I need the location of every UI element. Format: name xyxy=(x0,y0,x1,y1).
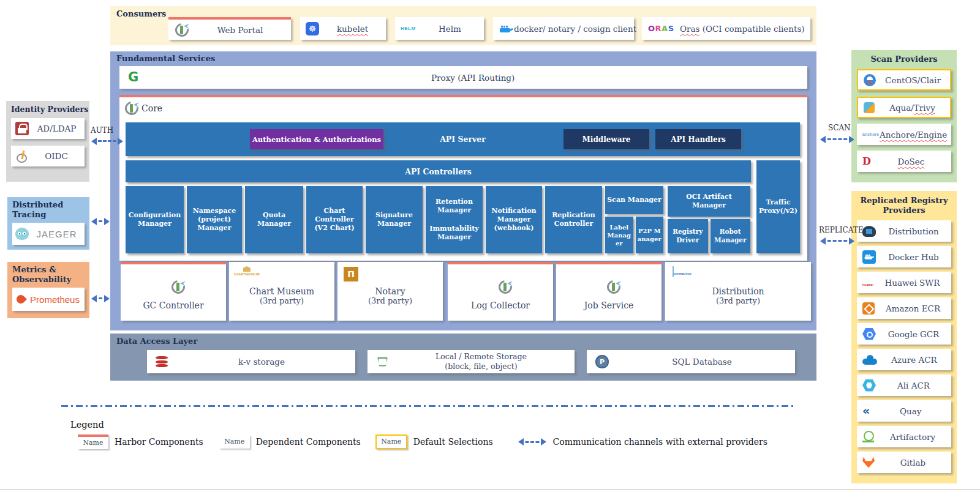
manager-label: Configuration Manager xyxy=(127,211,182,229)
azure-acr-icon xyxy=(862,355,877,365)
distribution-icon: DISTRIBUTION xyxy=(673,267,691,277)
label-manager-box: Label Manager xyxy=(605,217,633,253)
replicate-arrow xyxy=(822,240,853,242)
registry-label: Huawei SWR xyxy=(873,278,951,288)
middleware-box: Middleware xyxy=(564,129,649,149)
registry-label: Ali ACR xyxy=(876,381,951,390)
scan-arrow xyxy=(822,138,853,140)
harbor-logo-icon xyxy=(606,280,621,294)
oras-icon: ORAS xyxy=(648,24,674,33)
prometheus-box: Prometheus xyxy=(12,288,85,311)
service-label: GC Controller xyxy=(143,300,203,310)
replicate-arrow-label: REPLICATE xyxy=(819,226,864,234)
huawei-icon: HUAWEI xyxy=(862,277,873,288)
legend-row: Name Harbor Components Name Dependent Co… xyxy=(78,434,767,449)
tracing-arrow xyxy=(93,220,108,222)
registry-artifactory: Artifactory xyxy=(857,426,951,447)
trivy-text: Trivy xyxy=(914,103,935,113)
consumer-label: docker/ notary / cosign client xyxy=(514,24,636,34)
oidc-label: OIDC xyxy=(28,151,85,161)
label-manager-label: Label Manager xyxy=(607,223,631,247)
registry-label: Artifactory xyxy=(874,432,951,442)
distribution-registry-icon xyxy=(862,226,876,237)
api-handlers-box: API Handlers xyxy=(655,129,741,149)
auth-label: Authentication & Authorizations xyxy=(252,135,381,144)
data-access-label: Data Access Layer xyxy=(116,337,197,346)
registry-driver-box: Registry Driver xyxy=(668,219,708,253)
consumer-label: Web Portal xyxy=(189,25,291,35)
api-server-row: API Server Authentication & Authorizatio… xyxy=(126,122,800,156)
oci-artifact-manager-label: OCI Artifact Manager xyxy=(669,193,748,211)
identity-providers-label: Identity Providers xyxy=(11,105,88,114)
consumer-web-portal: Web Portal xyxy=(168,17,291,40)
legend-default-label: Default Selections xyxy=(413,437,493,447)
distribution-service-box: DISTRIBUTION Distribution (3rd party) xyxy=(665,262,811,321)
consumer-kubelet: ☸ kubelet xyxy=(300,17,386,40)
legend-channel-label: Communication channels with external pro… xyxy=(553,437,767,447)
legend-channel-arrow xyxy=(520,441,545,443)
consumer-label: Helm xyxy=(416,24,484,34)
service-label: Chart Museum xyxy=(249,286,314,296)
api-controllers-label: API Controllers xyxy=(405,167,471,176)
docker-icon xyxy=(499,23,514,34)
api-server-label: API Server xyxy=(440,135,486,144)
scan-provider-trivy: Aqua/Trivy xyxy=(857,97,951,118)
manager-label: Chart Controller (V2 Chart) xyxy=(308,207,361,233)
sql-database-label: SQL Database xyxy=(609,357,795,367)
service-sub: (3rd party) xyxy=(260,296,304,305)
kubernetes-icon: ☸ xyxy=(306,22,319,35)
service-label: Log Collector xyxy=(471,300,530,310)
storage-label-line2: (block, file, object) xyxy=(388,362,575,371)
scan-provider-label: CentOS/Clair xyxy=(876,75,950,85)
consumer-oras: ORAS Oras (OCI compatible clients) xyxy=(642,17,810,40)
scan-providers-panel: Scan Providers CentOS/Clair Aqua/Trivy a… xyxy=(851,50,957,182)
scan-manager-label: Scan Manager xyxy=(607,196,662,204)
chart-museum-box: CHARTMUSEUM Chart Museum (3rd party) xyxy=(229,262,334,321)
registry-docker-hub: Docker Hub xyxy=(857,246,951,267)
legend-dependent-label: Dependent Components xyxy=(256,437,361,447)
service-label: Distribution xyxy=(712,286,764,296)
identity-providers-panel: Identity Providers AD/LDAP OIDC xyxy=(6,101,89,182)
consumer-label: kubelet xyxy=(319,24,386,34)
oci-artifact-manager-box: OCI Artifact Manager xyxy=(668,186,750,217)
kv-storage-label: k-v storage xyxy=(168,357,355,367)
scan-manager-group: Scan Manager Label Manager P2P Manager xyxy=(605,186,663,253)
quota-manager-box: Quota Manager xyxy=(245,186,303,253)
manager-label: Namespace (project) Manager xyxy=(189,207,240,233)
core-label: Core xyxy=(141,103,162,113)
registry-label: Google GCR xyxy=(876,329,951,339)
metrics-arrow xyxy=(93,297,108,299)
legend-title: Legend xyxy=(70,420,104,430)
ldap-lock-icon xyxy=(15,122,29,135)
openid-icon xyxy=(16,150,28,162)
aqua-text: Aqua/ xyxy=(889,103,914,113)
consumers-label: Consumers xyxy=(116,9,166,18)
legend-default-chip: Name xyxy=(375,434,407,449)
retention-label: Retention Manager xyxy=(428,198,481,215)
legend-harbor-chip: Name xyxy=(78,434,108,449)
manager-label: Notification Manager (webhook) xyxy=(488,207,540,233)
harbor-logo-icon xyxy=(175,23,189,37)
metrics-observability-panel: Metrics & Observability Prometheus xyxy=(7,262,89,318)
registry-label: Quay xyxy=(870,406,951,416)
log-collector-box: Log Collector xyxy=(448,262,553,321)
ad-ldap-label: AD/LDAP xyxy=(29,124,85,133)
api-controllers-row: API Controllers xyxy=(126,160,751,182)
registry-quay: « Quay xyxy=(857,400,951,422)
data-access-panel: Data Access Layer k-v storage Local / Re… xyxy=(110,334,816,381)
service-sub: (3rd party) xyxy=(368,296,412,305)
chart-controller-box: Chart Controller (V2 Chart) xyxy=(306,186,363,253)
nginx-proxy-icon: G xyxy=(128,71,138,84)
traffic-proxy-label: Traffic Proxy(/v2) xyxy=(758,198,798,216)
oras-letter: R xyxy=(655,24,662,33)
registry-gitlab: Gitlab xyxy=(857,452,951,473)
docker-hub-icon xyxy=(862,250,876,264)
notary-box: Π Notary (3rd party) xyxy=(337,262,443,321)
p2p-manager-label: P2P Manager xyxy=(638,227,662,243)
registry-label: Amazon ECR xyxy=(875,304,951,313)
proxy-label: Proxy (API Routing) xyxy=(138,73,807,83)
retention-immutability-box: Retention Manager Immutability Manager xyxy=(426,186,483,253)
consumer-helm: HELM Helm xyxy=(395,17,484,40)
huawei-icon-caption: HUAWEI xyxy=(862,283,873,286)
scan-arrow-label: SCAN xyxy=(828,124,851,132)
